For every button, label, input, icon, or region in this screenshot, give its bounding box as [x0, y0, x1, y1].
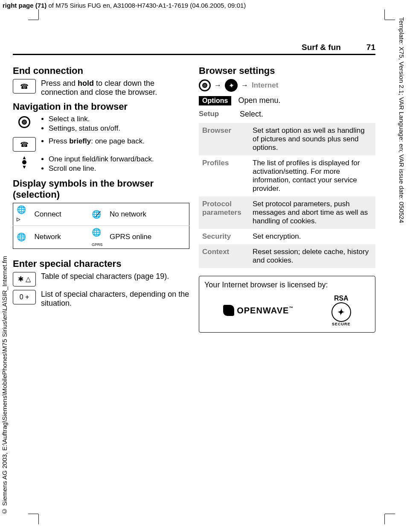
meta-top-bold: right page (71): [3, 2, 47, 9]
arrow-icon: →: [214, 81, 221, 90]
openwave-logo: OPENWAVE™: [223, 305, 294, 316]
nav-item: Select a link.: [49, 115, 120, 123]
crop-mark-icon: [33, 15, 45, 26]
crop-mark-icon: [33, 507, 45, 519]
heading-browser-settings: Browser settings: [199, 65, 375, 76]
arrow-icon: →: [241, 81, 248, 90]
page-header: Surf & fun 71: [13, 43, 375, 55]
doc-meta-top: right page (71) of M75 Sirius FUG en, A3…: [3, 2, 246, 9]
license-text: Your Internet browser is licensed by:: [204, 281, 370, 289]
end-connection-text: Press and hold to clear down the connect…: [41, 79, 189, 97]
table-row: SecuritySet encryption.: [199, 229, 375, 244]
heading-display-symbols: Display symbols in the browser (selectio…: [13, 178, 189, 200]
table-row: ContextReset session; delete cache, hist…: [199, 244, 375, 268]
hangup-key-icon: ☎: [13, 79, 36, 94]
nav-list-3: One input field/link forward/back. Scrol…: [41, 155, 154, 174]
settings-value: Set protocol parameters, push messages a…: [249, 196, 375, 229]
options-text: Open menu.: [238, 96, 280, 105]
gprs-icon: 🌐GPRS: [88, 226, 106, 249]
crop-mark-icon: [378, 507, 390, 519]
meta-top-rest: of M75 Sirius FUG en, A31008-H7430-A1-1-…: [47, 2, 246, 9]
heading-end-connection: End connection: [13, 65, 189, 76]
symbols-cell: Connect: [31, 203, 88, 226]
crop-mark-icon: [378, 15, 390, 26]
symbols-table: 🌐▹ Connect 🌐̸ No network 🌐 Network 🌐GPRS…: [13, 203, 189, 249]
setup-text: Select.: [240, 110, 263, 119]
symbols-cell: GPRS online: [106, 226, 189, 249]
table-row: BrowserSet start option as well as handl…: [199, 123, 375, 155]
connect-icon: 🌐▹: [13, 203, 31, 226]
settings-value: Reset session; delete cache, history and…: [249, 244, 375, 268]
nav-item: Scroll one line.: [49, 164, 154, 173]
nav-item: Settings, status on/off.: [49, 124, 120, 133]
setup-label: Setup: [199, 110, 233, 118]
table-row: Protocol parametersSet protocol paramete…: [199, 196, 375, 229]
symbols-cell: No network: [106, 203, 189, 226]
header-section: Surf & fun: [302, 43, 341, 52]
network-icon: 🌐: [13, 226, 31, 249]
joystick-center-icon: [199, 79, 211, 91]
doc-meta-right: Template: X75, Version 2.1; VAR Language…: [395, 17, 405, 487]
table-row: ProfilesThe list of profiles is displaye…: [199, 155, 375, 196]
license-box: Your Internet browser is licensed by: OP…: [199, 276, 375, 333]
settings-key: Browser: [199, 123, 249, 155]
nav-list-2: Press briefly: one page back.: [41, 137, 145, 146]
star-key-icon: ✱ △: [13, 272, 36, 286]
settings-value: Set start option as well as handling of …: [249, 123, 375, 155]
settings-key: Profiles: [199, 155, 249, 196]
internet-globe-icon: ✦: [225, 79, 238, 92]
no-network-icon: 🌐̸: [88, 203, 106, 226]
joystick-center-icon: [13, 115, 36, 129]
settings-table: BrowserSet start option as well as handl…: [199, 123, 375, 268]
menu-path-label: Internet: [252, 81, 278, 90]
header-page-number: 71: [366, 43, 375, 52]
zero-key-icon: 0 +: [13, 290, 36, 304]
menu-path: → ✦ → Internet: [199, 79, 375, 92]
hangup-key-icon: ☎: [13, 137, 36, 152]
openwave-swirl-icon: [223, 305, 234, 316]
special-chars-text: Table of special characters (page 19).: [41, 272, 169, 281]
settings-key: Protocol parameters: [199, 196, 249, 229]
options-softkey: Options: [199, 96, 231, 105]
settings-value: Set encryption.: [249, 229, 375, 244]
nav-item: Press briefly: one page back.: [49, 137, 145, 146]
heading-special-chars: Enter special characters: [13, 258, 189, 269]
nav-list-1: Select a link. Settings, status on/off.: [41, 115, 120, 134]
symbols-cell: Network: [31, 226, 88, 249]
settings-key: Context: [199, 244, 249, 268]
doc-meta-left: © Siemens AG 2003, E:\Auftrag\Siemens\Mo…: [1, 208, 11, 515]
settings-key: Security: [199, 229, 249, 244]
heading-navigation: Navigation in the browser: [13, 101, 189, 112]
joystick-updown-icon: ▲▼: [13, 155, 36, 170]
special-chars-text: List of special characters, depending on…: [41, 290, 189, 308]
nav-item: One input field/link forward/back.: [49, 155, 154, 164]
rsa-logo: RSA ✦ SECURE: [331, 295, 351, 326]
settings-value: The list of profiles is displayed for ac…: [249, 155, 375, 196]
